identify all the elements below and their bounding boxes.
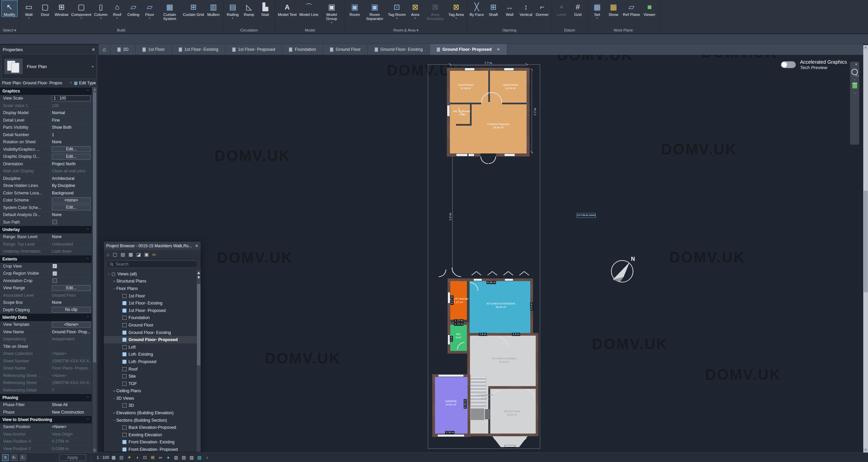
tree-item-existing-elevation[interactable]: Existing Elevation: [104, 431, 197, 439]
tool-room-separator[interactable]: ▣Room Separator: [363, 0, 387, 21]
tree-item-loft-proposed[interactable]: Loft- Proposed: [104, 358, 197, 365]
tool-curtain-grid[interactable]: ⊞Curtain Grid: [181, 0, 205, 17]
tree-item-back-elevation-proposed[interactable]: Back Elevation-Proposed: [104, 424, 197, 431]
browser-groups-icon[interactable]: ▣: [144, 252, 149, 257]
scroll-down-icon[interactable]: ▼: [197, 275, 201, 280]
sort-descending-icon[interactable]: Z↓: [20, 454, 26, 461]
tool-vertical[interactable]: ↕Vertical: [518, 0, 534, 17]
tab-1st-floor-proposed[interactable]: 1st Floor- Proposed: [225, 44, 282, 55]
tool-wall[interactable]: ▭Wall▾: [21, 0, 37, 20]
tool-component[interactable]: ▢Component▾: [70, 0, 93, 20]
tool-tag-area[interactable]: ⊠Tag Area▾: [447, 0, 465, 20]
reveal-hidden-elements-icon[interactable]: ●: [165, 454, 172, 461]
tool-stair[interactable]: ▙Stair: [257, 0, 273, 17]
tree-item-loft[interactable]: Loft: [104, 343, 197, 351]
browser-sheets-icon[interactable]: ▦: [129, 252, 133, 257]
value-button[interactable]: <none>: [52, 197, 91, 203]
project-browser-close-icon[interactable]: ✕: [195, 244, 198, 248]
show-crop-region-icon[interactable]: ⊞: [150, 454, 156, 461]
tree-item-front-elevation-proposed[interactable]: Front Elevation- Proposed: [104, 446, 197, 452]
tool-tag-room[interactable]: ⊡Tag Room▾: [387, 0, 407, 20]
temporary-hide-isolate-icon[interactable]: ∞: [157, 454, 164, 461]
tab-3d[interactable]: 3D: [111, 44, 136, 55]
tool-viewer[interactable]: ■Viewer: [642, 0, 658, 17]
tab-ground-floor-existing[interactable]: Ground Floor- Existing: [368, 44, 430, 55]
scroll-down-icon[interactable]: ▼: [93, 448, 97, 453]
checkbox-checked[interactable]: ✓: [53, 271, 57, 276]
scroll-thumb[interactable]: [864, 191, 868, 292]
scroll-down-icon[interactable]: ▼: [863, 448, 868, 453]
tool-column[interactable]: ▯Column▾: [93, 0, 109, 20]
expander-icon[interactable]: +: [112, 389, 116, 393]
tree-item-ground-floor-existing[interactable]: Ground Floor- Existing: [104, 329, 197, 336]
checkbox-unchecked[interactable]: [53, 278, 57, 283]
type-selector-caret-icon[interactable]: ▾: [92, 65, 94, 68]
tab-1st-floor[interactable]: 1st Floor: [136, 44, 172, 55]
browser-schedules-icon[interactable]: ▤: [121, 252, 125, 257]
home-view-cube-icon[interactable]: [852, 84, 857, 88]
temporary-view-properties-icon[interactable]: ▤: [181, 454, 187, 461]
tree-item-front-elevation-existing[interactable]: Front Elevation- Existing: [104, 439, 197, 446]
value-button[interactable]: No clip: [52, 307, 91, 313]
tool-model-group[interactable]: ▣Model Group▾: [320, 0, 343, 24]
shadows-icon[interactable]: ◑: [134, 454, 140, 461]
tree-item-3d[interactable]: 3D: [104, 402, 197, 410]
analytical-model-icon[interactable]: ▨: [189, 454, 195, 461]
tree-item-views-all[interactable]: −▢Views (all): [104, 270, 197, 278]
tree-item-loft-existing[interactable]: Loft- Existing: [104, 351, 197, 358]
browser-home-icon[interactable]: ⌂: [106, 252, 109, 257]
drawing-area[interactable]: DOMV.UKDOMV.UKDOMV.UKDOMV.UKDOMV.UKDOMV.…: [98, 55, 863, 453]
tree-item-sections-building-section[interactable]: −Sections (Building Section): [104, 417, 197, 424]
tree-item-foundation[interactable]: Foundation: [104, 314, 197, 322]
worksharing-display-icon[interactable]: ▥: [173, 454, 179, 461]
tool-modify[interactable]: ↖Modify: [1, 0, 18, 17]
checkbox-checked[interactable]: ✓: [53, 264, 57, 268]
tool-level[interactable]: ⌖Level: [553, 0, 570, 17]
home-button[interactable]: ⌂: [98, 44, 111, 55]
expander-icon[interactable]: +: [112, 279, 116, 283]
tool-by-face[interactable]: ╳By Face: [468, 0, 485, 17]
tool-floor[interactable]: ▱Floor▾: [141, 0, 158, 20]
outbuilding-tag[interactable]: OUTBUILDING: [577, 213, 596, 218]
tab-ground-floor[interactable]: Ground Floor: [323, 44, 368, 55]
tool-model-text[interactable]: AModel Text: [276, 0, 298, 17]
tree-item-site[interactable]: Site: [104, 373, 197, 380]
tree-item-structural-plans[interactable]: +Structural Plans: [104, 278, 197, 285]
type-selector[interactable]: Floor Plan ▾: [1, 54, 97, 79]
browser-scrollbar[interactable]: ▲ ▼: [197, 270, 201, 452]
accelerated-graphics-toggle[interactable]: [781, 61, 796, 68]
tool-mullion[interactable]: ▥Mullion: [205, 0, 221, 17]
tool-grid[interactable]: #Grid: [570, 0, 586, 17]
expander-icon[interactable]: −: [112, 396, 116, 400]
value-button[interactable]: Edit...: [52, 146, 91, 152]
value-button[interactable]: <None>: [52, 322, 91, 328]
tool-room[interactable]: ▣Room: [347, 0, 363, 17]
tool-model-line[interactable]: ⌒Model Line: [298, 0, 320, 17]
tree-item-tof[interactable]: TOF: [104, 380, 197, 387]
expander-icon[interactable]: −: [112, 287, 116, 291]
browser-views-icon[interactable]: ▢: [113, 252, 117, 257]
tool-ramp[interactable]: ◺Ramp: [241, 0, 257, 17]
expander-icon[interactable]: +: [112, 411, 116, 415]
collapse-icon[interactable]: ‹: [204, 454, 211, 461]
tool-dormer[interactable]: ⌐Dormer: [534, 0, 550, 17]
tool-roof[interactable]: ⌂Roof▾: [109, 0, 125, 20]
tree-item-ground-floor[interactable]: Ground Floor: [104, 321, 197, 329]
canvas-scrollbar[interactable]: ▲ ▼: [863, 45, 868, 453]
tool-show[interactable]: ▦Show: [605, 0, 622, 17]
browser-links-icon[interactable]: ∞: [152, 252, 156, 257]
tool-ceiling[interactable]: ▱Ceiling: [125, 0, 141, 17]
tree-item-ceiling-plans[interactable]: +Ceiling Plans: [104, 387, 197, 395]
tool-area-boundary[interactable]: ⊠Area Boundary: [423, 0, 447, 21]
edit-type-button[interactable]: ▦ Edit Type: [74, 81, 96, 85]
value-input[interactable]: 1 : 100: [52, 96, 91, 101]
tab-close-icon[interactable]: ✕: [497, 47, 500, 52]
tree-item-3d-views[interactable]: −3D Views: [104, 395, 197, 402]
tab-foundation[interactable]: Foundation: [282, 44, 323, 55]
scroll-thumb[interactable]: [197, 284, 200, 365]
steering-wheel-icon[interactable]: [851, 69, 858, 75]
value-button[interactable]: Edit...: [52, 205, 91, 210]
tool-area[interactable]: ⊠Area▾: [407, 0, 423, 20]
navbar-expand-icon[interactable]: ⌄: [853, 91, 856, 94]
scroll-up-icon[interactable]: ▲: [863, 45, 868, 50]
